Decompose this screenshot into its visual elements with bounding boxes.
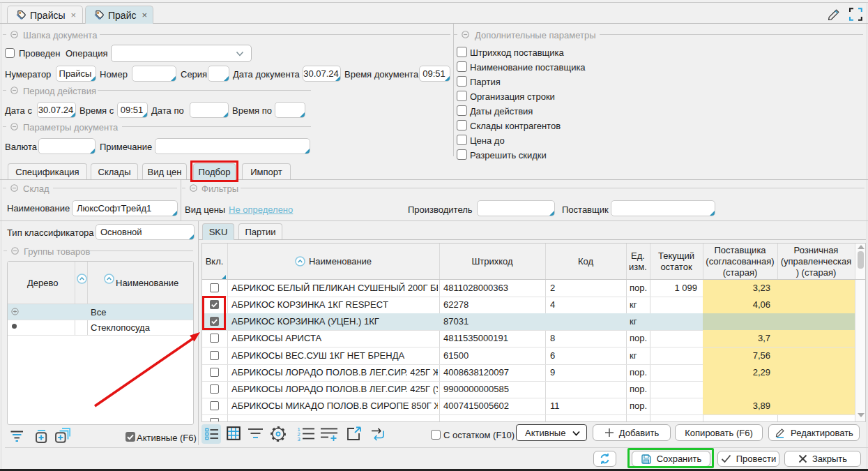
svg-text:3: 3 — [298, 436, 300, 442]
